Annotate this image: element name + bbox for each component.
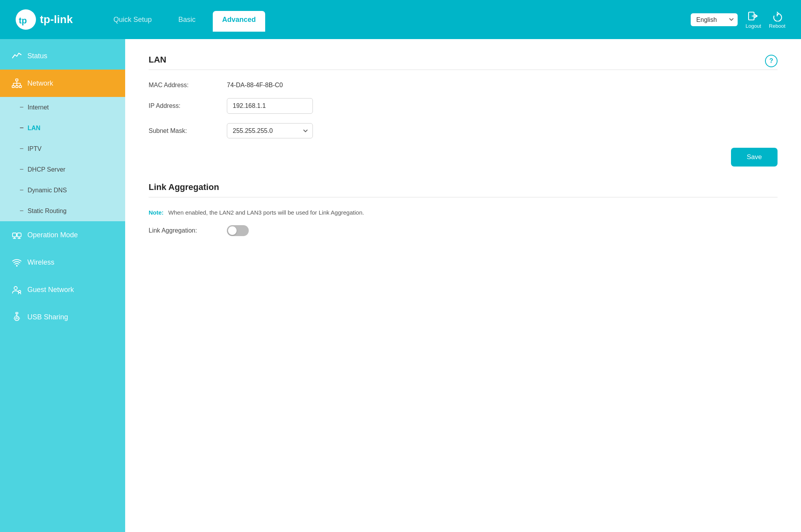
- nav-tabs: Quick Setup Basic Advanced: [104, 11, 691, 29]
- network-icon: [12, 78, 22, 88]
- sidebar-sub-static-routing[interactable]: Static Routing: [0, 201, 125, 221]
- sidebar-sub-internet-label: Internet: [28, 104, 49, 111]
- sidebar-item-guest-network[interactable]: Guest Network: [0, 276, 125, 303]
- svg-rect-14: [13, 233, 16, 237]
- reboot-icon: [772, 11, 783, 21]
- note-label: Note:: [149, 209, 163, 216]
- sidebar-item-status[interactable]: Status: [0, 42, 125, 70]
- sidebar-sub-iptv[interactable]: IPTV: [0, 138, 125, 159]
- subnet-mask-label: Subnet Mask:: [149, 127, 227, 134]
- sidebar-item-guest-label: Guest Network: [27, 286, 74, 294]
- logout-icon: [748, 11, 759, 21]
- sidebar-sub-lan-label: LAN: [28, 125, 41, 132]
- tab-basic[interactable]: Basic: [169, 11, 205, 29]
- lan-section: LAN MAC Address: 74-DA-88-4F-8B-C0 IP Ad…: [149, 55, 778, 167]
- content-area: ? LAN MAC Address: 74-DA-88-4F-8B-C0 IP …: [125, 39, 801, 532]
- sidebar-item-operation-label: Operation Mode: [27, 231, 78, 239]
- reboot-button[interactable]: Reboot: [769, 11, 785, 29]
- svg-rect-8: [19, 86, 22, 88]
- tp-link-logo-icon: tp: [16, 9, 36, 30]
- toggle-thumb: [228, 226, 237, 235]
- subnet-mask-row: Subnet Mask: 255.255.255.0 255.255.0.0 2…: [149, 123, 778, 138]
- svg-rect-20: [14, 318, 16, 319]
- subnet-mask-select[interactable]: 255.255.255.0 255.255.0.0 255.0.0.0: [227, 123, 313, 138]
- svg-rect-5: [16, 79, 18, 81]
- sidebar-sub-menu: Internet LAN IPTV DHCP Server Dynamic DN…: [0, 97, 125, 221]
- logout-label: Logout: [745, 23, 761, 29]
- logout-button[interactable]: Logout: [745, 11, 761, 29]
- status-icon: [12, 51, 22, 61]
- lan-section-title: LAN: [149, 55, 778, 65]
- sidebar-item-wireless-label: Wireless: [27, 258, 54, 267]
- svg-rect-7: [16, 86, 18, 88]
- sidebar-sub-dynamic-dns[interactable]: Dynamic DNS: [0, 180, 125, 201]
- sidebar-sub-dhcp-label: DHCP Server: [28, 166, 66, 173]
- note-row: Note: When enabled, the LAN2 and LAN3 po…: [149, 209, 778, 216]
- wireless-icon: [12, 257, 22, 267]
- sidebar-item-usb-label: USB Sharing: [27, 313, 68, 321]
- note-text: When enabled, the LAN2 and LAN3 ports wi…: [168, 209, 364, 216]
- sidebar-sub-internet[interactable]: Internet: [0, 97, 125, 118]
- tab-advanced[interactable]: Advanced: [213, 11, 265, 32]
- link-agg-divider: [149, 197, 778, 197]
- ip-address-input[interactable]: [227, 98, 313, 114]
- logo: tp tp-link: [16, 9, 73, 30]
- guest-icon: [12, 285, 22, 295]
- header: tp tp-link Quick Setup Basic Advanced En…: [0, 0, 801, 39]
- sidebar: Status Network Internet LAN: [0, 39, 125, 532]
- svg-point-16: [16, 265, 18, 267]
- link-agg-row: Link Aggregation:: [149, 225, 778, 236]
- link-aggregation-section: Link Aggregation Note: When enabled, the…: [149, 182, 778, 236]
- svg-point-17: [14, 287, 17, 290]
- help-button[interactable]: ?: [765, 55, 778, 67]
- sidebar-item-wireless[interactable]: Wireless: [0, 249, 125, 276]
- tab-quick-setup[interactable]: Quick Setup: [104, 11, 161, 29]
- usb-icon: [12, 312, 22, 322]
- svg-rect-15: [17, 233, 21, 237]
- sidebar-item-operation-mode[interactable]: Operation Mode: [0, 221, 125, 249]
- main-layout: Status Network Internet LAN: [0, 39, 801, 532]
- ip-address-label: IP Address:: [149, 102, 227, 109]
- link-agg-title: Link Aggregation: [149, 182, 778, 192]
- reboot-label: Reboot: [769, 23, 785, 29]
- sidebar-item-status-label: Status: [27, 52, 47, 60]
- lan-divider: [149, 70, 778, 70]
- svg-rect-6: [12, 86, 14, 88]
- mac-address-row: MAC Address: 74-DA-88-4F-8B-C0: [149, 82, 778, 89]
- sidebar-item-network-label: Network: [27, 79, 53, 88]
- ip-address-row: IP Address:: [149, 98, 778, 114]
- svg-text:tp: tp: [19, 16, 27, 25]
- sidebar-sub-dynamic-dns-label: Dynamic DNS: [28, 187, 67, 194]
- logo-text: tp-link: [40, 13, 73, 26]
- link-agg-toggle-wrap: [227, 225, 249, 236]
- link-agg-label: Link Aggregation:: [149, 227, 227, 234]
- sidebar-sub-static-routing-label: Static Routing: [28, 208, 67, 215]
- header-right: English 中文 Logout Reboot: [691, 11, 785, 29]
- mac-address-label: MAC Address:: [149, 82, 227, 89]
- sidebar-item-usb-sharing[interactable]: USB Sharing: [0, 303, 125, 331]
- svg-rect-21: [18, 318, 20, 319]
- sidebar-sub-lan[interactable]: LAN: [0, 118, 125, 138]
- save-button[interactable]: Save: [731, 148, 778, 167]
- sidebar-sub-iptv-label: IPTV: [28, 145, 42, 152]
- sidebar-item-network[interactable]: Network: [0, 70, 125, 97]
- operation-icon: [12, 230, 22, 240]
- link-agg-toggle[interactable]: [227, 225, 249, 236]
- mac-address-value: 74-DA-88-4F-8B-C0: [227, 82, 283, 89]
- sidebar-sub-dhcp[interactable]: DHCP Server: [0, 159, 125, 180]
- language-select[interactable]: English 中文: [691, 13, 738, 26]
